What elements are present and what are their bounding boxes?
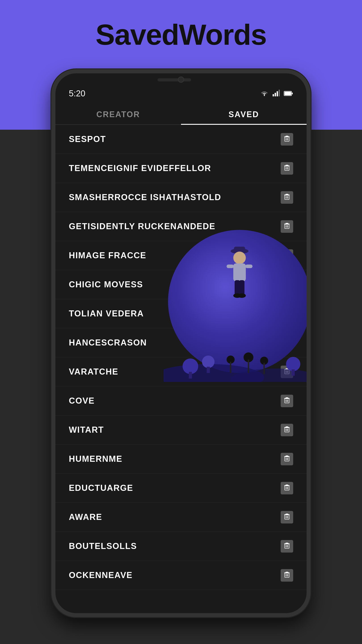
delete-button[interactable] — [281, 482, 293, 494]
word-text: COVE — [69, 396, 95, 406]
list-item: HIMAGE FRACCE — [55, 241, 307, 270]
svg-rect-82 — [286, 426, 288, 427]
svg-rect-49 — [285, 224, 289, 228]
svg-rect-94 — [285, 486, 289, 490]
svg-rect-47 — [286, 223, 288, 224]
delete-icon — [284, 251, 290, 260]
word-text: SMASHERROCCE ISHATHASTOLD — [69, 192, 221, 202]
svg-rect-34 — [285, 137, 289, 141]
svg-rect-106 — [287, 545, 288, 548]
svg-rect-55 — [286, 254, 287, 257]
svg-rect-59 — [285, 282, 289, 287]
delete-icon — [284, 484, 290, 492]
delete-icon — [284, 454, 290, 463]
delete-button[interactable] — [281, 191, 293, 204]
word-text: CHIGIC MOVESS — [69, 280, 143, 289]
word-text: HUMERNME — [69, 454, 122, 464]
svg-rect-57 — [286, 281, 288, 282]
delete-button[interactable] — [281, 278, 293, 291]
delete-button[interactable] — [281, 249, 293, 262]
list-item: TOLIAN VEDERA — [55, 299, 307, 328]
list-item: COVE — [55, 386, 307, 416]
delete-icon — [284, 426, 290, 434]
svg-rect-40 — [286, 167, 287, 170]
svg-rect-77 — [286, 397, 288, 398]
tab-saved[interactable]: SAVED — [181, 105, 307, 124]
delete-icon — [284, 571, 290, 580]
svg-rect-92 — [286, 484, 288, 485]
svg-point-0 — [264, 95, 265, 96]
svg-rect-46 — [287, 196, 288, 198]
list-item: TEMENCEIGNIF EVIDEFFELLOR — [55, 154, 307, 183]
list-item: CHIGIC MOVESS — [55, 270, 307, 299]
phone-camera — [178, 76, 184, 83]
list-item: AWARE — [55, 503, 307, 532]
word-text: BOUTELSOLLS — [69, 541, 137, 551]
status-bar: 5:20 — [55, 86, 307, 101]
svg-rect-96 — [287, 487, 288, 489]
svg-rect-79 — [285, 399, 289, 403]
tab-bar: CREATOR SAVED — [55, 105, 307, 125]
svg-rect-90 — [286, 458, 287, 460]
svg-rect-97 — [286, 514, 288, 514]
delete-button[interactable] — [281, 569, 293, 582]
delete-button[interactable] — [281, 453, 293, 465]
word-text: SESPOT — [69, 134, 106, 144]
svg-rect-107 — [286, 572, 288, 572]
delete-button[interactable] — [281, 220, 293, 233]
delete-button[interactable] — [281, 133, 293, 146]
svg-rect-45 — [286, 196, 287, 198]
status-icons — [260, 89, 293, 98]
delete-button[interactable] — [281, 162, 293, 175]
svg-rect-85 — [286, 429, 287, 431]
svg-rect-54 — [285, 253, 289, 258]
svg-rect-102 — [286, 543, 288, 544]
svg-rect-109 — [285, 573, 289, 577]
svg-rect-80 — [286, 400, 287, 402]
phone-speaker — [158, 78, 191, 82]
svg-rect-32 — [286, 136, 288, 136]
svg-rect-7 — [285, 92, 291, 95]
svg-rect-35 — [286, 138, 287, 140]
delete-button[interactable] — [281, 395, 293, 407]
delete-button[interactable] — [281, 308, 293, 320]
delete-icon — [284, 222, 290, 231]
status-time: 5:20 — [69, 89, 85, 98]
word-text: HANCESCRASON — [69, 338, 147, 348]
svg-rect-110 — [286, 574, 287, 576]
word-text: TEMENCEIGNIF EVIDEFFELLOR — [69, 164, 211, 173]
svg-rect-39 — [285, 166, 289, 170]
word-text: OCKENNEAVE — [69, 570, 132, 580]
delete-button[interactable] — [281, 424, 293, 436]
delete-button[interactable] — [281, 540, 293, 552]
delete-icon — [284, 542, 290, 550]
word-text: WITART — [69, 425, 104, 435]
list-item: HUMERNME — [55, 444, 307, 474]
svg-rect-100 — [286, 516, 287, 518]
delete-icon — [284, 513, 290, 522]
delete-button[interactable] — [281, 511, 293, 524]
list-item: HANCESCRASON — [55, 328, 307, 357]
delete-button[interactable] — [281, 366, 293, 378]
svg-rect-104 — [285, 544, 289, 548]
svg-rect-111 — [287, 574, 288, 576]
svg-rect-86 — [287, 429, 288, 431]
svg-rect-6 — [292, 92, 293, 94]
svg-rect-75 — [286, 370, 287, 373]
svg-rect-72 — [286, 368, 288, 369]
svg-rect-76 — [287, 370, 288, 373]
svg-rect-50 — [286, 225, 287, 228]
svg-rect-70 — [286, 342, 287, 344]
svg-rect-66 — [287, 312, 288, 315]
word-text: GETISIDENTLY RUCKENANDEDE — [69, 222, 215, 231]
list-item: OCKENNEAVE — [55, 561, 307, 590]
svg-rect-42 — [286, 194, 288, 194]
word-text: VARATCHE — [69, 367, 118, 376]
tab-creator[interactable]: CREATOR — [55, 105, 181, 124]
delete-button[interactable] — [281, 336, 293, 349]
svg-rect-95 — [286, 487, 287, 489]
delete-icon — [284, 309, 290, 318]
svg-rect-101 — [287, 516, 288, 518]
svg-rect-67 — [286, 339, 288, 340]
phone-notch — [139, 73, 223, 84]
